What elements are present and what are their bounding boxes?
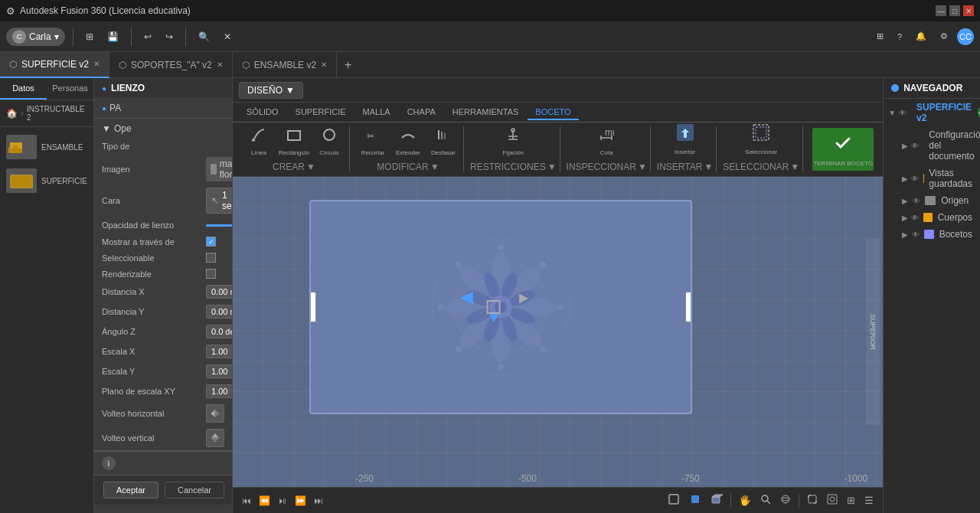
angulo-z-input[interactable]: 0.0 deg bbox=[206, 325, 233, 338]
crear-expand-icon[interactable]: ▼ bbox=[306, 162, 315, 172]
opacidad-section-title[interactable]: ▼ Ope bbox=[94, 119, 232, 139]
renderizable-checkbox[interactable] bbox=[206, 269, 216, 279]
list-item-superficie[interactable]: SUPERFICIE bbox=[0, 164, 93, 198]
tool-anchor[interactable]: Fijación bbox=[496, 117, 530, 160]
extensions-button[interactable]: ⊞ bbox=[872, 28, 888, 44]
viewport[interactable]: ◀ ▶ ▼ bbox=[233, 177, 883, 487]
tool-select[interactable]: Seleccionar bbox=[741, 117, 781, 160]
vp-zoom-fit[interactable] bbox=[804, 492, 821, 508]
vp-sketch-mode[interactable] bbox=[686, 492, 704, 509]
vp-orbit-button[interactable] bbox=[777, 492, 794, 508]
tab-ensamble-v2[interactable]: ⬡ ENSAMBLE v2 ✕ bbox=[233, 52, 337, 78]
design-dropdown[interactable]: DISEÑO ▼ bbox=[239, 82, 303, 99]
plano-escala-input[interactable]: 1.00 bbox=[206, 384, 233, 398]
mostrar-checkbox[interactable]: ✓ bbox=[206, 237, 216, 247]
escala-y-input[interactable]: 1.00 bbox=[206, 364, 233, 378]
redo-button[interactable]: ↪ bbox=[161, 28, 178, 45]
vp-grid-settings[interactable]: ⊞ bbox=[844, 493, 858, 508]
add-tab-button[interactable]: + bbox=[337, 58, 359, 72]
pa-title[interactable]: ● PA bbox=[94, 98, 232, 118]
seleccionar-expand-icon[interactable]: ▼ bbox=[790, 162, 799, 172]
nav-item-origen[interactable]: ▶ 👁 Origen bbox=[884, 192, 980, 209]
vp-zoom-button[interactable] bbox=[757, 492, 774, 508]
tool-circle[interactable]: Círculo bbox=[312, 117, 346, 160]
nav-eye-4[interactable]: 👁 bbox=[913, 197, 920, 205]
play-end-button[interactable]: ⏭ bbox=[311, 494, 326, 508]
seleccionable-checkbox[interactable] bbox=[206, 253, 216, 263]
nav-item-superficie[interactable]: ▼ 👁 SUPERFICIE v2 bbox=[884, 99, 980, 126]
escala-x-input[interactable]: 1.00 bbox=[206, 345, 233, 358]
modificar-expand-icon[interactable]: ▼ bbox=[430, 162, 439, 172]
move-arrows[interactable]: ◀ ▶ ▼ bbox=[460, 287, 528, 327]
terminar-boceto-button[interactable]: TERMINAR BOCETO bbox=[812, 128, 874, 171]
nav-vistas-label: Vistas guardadas bbox=[929, 168, 972, 189]
play-pause-button[interactable]: ⏯ bbox=[275, 494, 290, 508]
vp-display-settings[interactable] bbox=[824, 492, 841, 508]
nav-eye-1[interactable]: 👁 bbox=[899, 109, 906, 117]
help-button[interactable]: ? bbox=[893, 29, 906, 44]
tool-line[interactable]: Línea bbox=[242, 117, 276, 160]
vp-more-options[interactable]: ☰ bbox=[861, 493, 877, 508]
minimize-button[interactable]: — bbox=[936, 5, 946, 16]
account-icon[interactable]: CC bbox=[957, 28, 974, 45]
home-icon[interactable]: 🏠 bbox=[6, 108, 18, 119]
nav-item-vistas[interactable]: ▶ 👁 Vistas guardadas bbox=[884, 165, 980, 192]
restricciones-expand-icon[interactable]: ▼ bbox=[547, 162, 557, 172]
tab-datos[interactable]: Datos bbox=[0, 78, 47, 100]
maximize-button[interactable]: □ bbox=[949, 5, 960, 16]
handle-right[interactable] bbox=[685, 292, 692, 322]
handle-left[interactable] bbox=[309, 292, 316, 322]
vp-select-mode[interactable] bbox=[665, 492, 683, 509]
nav-item-cuerpos[interactable]: ▶ 👁 Cuerpos bbox=[884, 209, 980, 226]
tab-superficie-v2[interactable]: ⬡ SUPERFICIE v2 ✕ bbox=[0, 52, 109, 78]
tool-dimension[interactable]: mm Cota bbox=[590, 117, 623, 160]
save-button[interactable]: 💾 bbox=[103, 28, 123, 45]
nav-item-bocetos[interactable]: ▶ 👁 Bocetos bbox=[884, 226, 980, 243]
accept-button[interactable]: Aceptar bbox=[103, 482, 158, 498]
arrow-left[interactable]: ◀ bbox=[460, 287, 473, 307]
tool-rect[interactable]: Rectángulo bbox=[277, 117, 311, 160]
insertar-expand-icon[interactable]: ▼ bbox=[704, 162, 713, 172]
search-button[interactable]: 🔍 bbox=[194, 28, 214, 45]
tab-soportes-v2[interactable]: ⬡ SOPORTES_"A" v2 ✕ bbox=[109, 52, 233, 78]
play-prev-button[interactable]: ⏪ bbox=[256, 494, 273, 508]
nav-item-config[interactable]: ▶ 👁 Configuración del documento bbox=[884, 126, 980, 165]
dist-y-input[interactable]: 0.00 mm bbox=[206, 305, 233, 319]
volteo-h-button[interactable] bbox=[206, 404, 224, 423]
notifications-button[interactable]: 🔔 bbox=[911, 28, 931, 44]
play-next-button[interactable]: ⏩ bbox=[292, 494, 309, 508]
vp-pan-button[interactable]: 🖐 bbox=[736, 493, 754, 508]
volteo-v-button[interactable] bbox=[206, 429, 224, 447]
opacidad-slider[interactable] bbox=[206, 224, 233, 227]
user-menu[interactable]: C Carla ▾ bbox=[6, 28, 65, 46]
imagen-value[interactable]: mandala-flor-de-.... bbox=[206, 157, 233, 181]
close-button[interactable]: ✕ bbox=[963, 5, 974, 16]
center-box[interactable] bbox=[487, 300, 501, 314]
cancel-operation-button[interactable]: ✕ bbox=[219, 28, 236, 45]
nav-eye-6[interactable]: 👁 bbox=[912, 230, 920, 239]
tool-scissors[interactable]: ✂ Recortar bbox=[356, 117, 390, 160]
tab-close-1[interactable]: ✕ bbox=[217, 60, 223, 69]
tab-personas[interactable]: Personas bbox=[47, 78, 93, 100]
undo-button[interactable]: ↩ bbox=[139, 28, 156, 45]
list-item-ensamble[interactable]: ENSAMBLE bbox=[0, 130, 93, 164]
nav-eye-5[interactable]: 👁 bbox=[911, 214, 919, 222]
nav-eye-3[interactable]: 👁 bbox=[911, 175, 919, 183]
inspeccionar-expand-icon[interactable]: ▼ bbox=[638, 162, 647, 172]
info-button[interactable]: ℹ bbox=[102, 456, 116, 470]
file-menu-button[interactable]: ⊞ bbox=[81, 28, 98, 45]
play-start-button[interactable]: ⏮ bbox=[239, 494, 254, 508]
tool-insert[interactable]: Insertar bbox=[665, 117, 705, 160]
cara-value-box[interactable]: ↖ 1 seleccionado bbox=[206, 188, 233, 214]
arrow-right[interactable]: ▶ bbox=[519, 290, 528, 305]
tab-close-2[interactable]: ✕ bbox=[321, 60, 327, 69]
vp-3d-mode[interactable] bbox=[707, 492, 726, 509]
tab-close-0[interactable]: ✕ bbox=[93, 60, 100, 68]
dist-x-input[interactable]: 0.00 mm bbox=[206, 285, 233, 299]
cancel-button[interactable]: Cancelar bbox=[165, 482, 224, 498]
canvas-lienzo[interactable]: ◀ ▶ ▼ bbox=[309, 200, 692, 414]
tool-extend[interactable]: Extender bbox=[391, 117, 425, 160]
nav-eye-2[interactable]: 👁 bbox=[911, 142, 919, 150]
tool-offset[interactable]: Desfasar bbox=[426, 117, 460, 160]
settings-button[interactable]: ⚙ bbox=[936, 28, 952, 44]
